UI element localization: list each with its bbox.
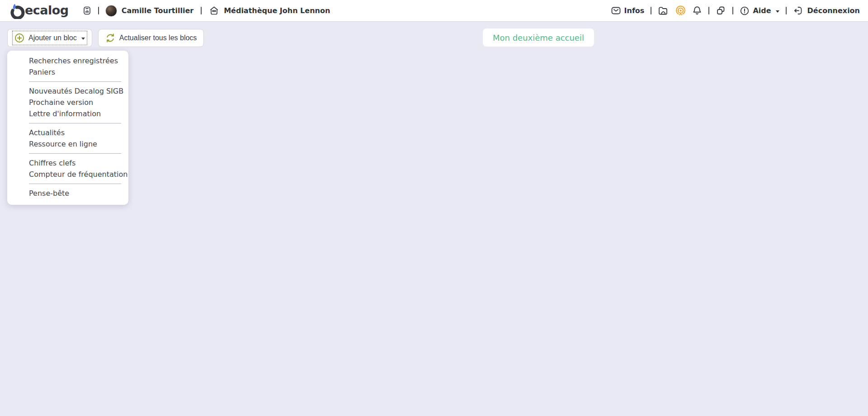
library-house-icon (209, 5, 219, 16)
refresh-all-blocks-button[interactable]: Actualiser tous les blocs (98, 29, 204, 47)
chevron-down-icon (81, 38, 85, 40)
infos-link[interactable]: Infos (611, 6, 645, 15)
decalog-logo-mark (9, 3, 25, 19)
chevron-down-icon (776, 10, 779, 13)
link-icon[interactable] (716, 5, 726, 16)
menu-item-chiffres-clefs[interactable]: Chiffres clefs (7, 157, 128, 169)
add-block-dropdown-menu: Recherches enregistrées Paniers Nouveaut… (7, 51, 128, 205)
decalog-logo[interactable]: ecalog (9, 3, 69, 19)
top-header: ecalog Camille Tourtillier Médiathèque J… (0, 0, 868, 22)
add-block-button[interactable]: Ajouter un bloc (7, 29, 92, 47)
aide-label: Aide (753, 6, 771, 15)
menu-divider (29, 123, 121, 123)
logout-icon (793, 5, 803, 16)
deconnexion-label: Déconnexion (807, 6, 860, 15)
menu-item-actualites[interactable]: Actualités (7, 127, 128, 138)
menu-divider (29, 184, 121, 184)
header-separator (201, 7, 202, 14)
menu-item-lettre-information[interactable]: Lettre d'information (7, 108, 128, 119)
add-block-label: Ajouter un bloc (28, 34, 77, 42)
user-name[interactable]: Camille Tourtillier (122, 6, 193, 15)
header-separator (732, 7, 733, 14)
main-content: Ajouter un bloc Actualiser tous les bloc… (0, 22, 868, 416)
blocks-toolbar: Ajouter un bloc Actualiser tous les bloc… (7, 29, 204, 47)
header-separator (708, 7, 709, 14)
device-icon[interactable] (82, 6, 92, 15)
refresh-icon (105, 33, 115, 43)
deconnexion-link[interactable]: Déconnexion (793, 5, 860, 16)
circle-exclamation-icon (740, 6, 750, 16)
menu-divider (29, 153, 121, 154)
refresh-all-label: Actualiser tous les blocs (119, 34, 197, 42)
menu-item-recherches-enregistrees[interactable]: Recherches enregistrées (7, 55, 128, 66)
bell-icon[interactable] (692, 5, 702, 16)
library-name[interactable]: Médiathèque John Lennon (224, 6, 330, 15)
menu-item-ressource-en-ligne[interactable]: Ressource en ligne (7, 138, 128, 150)
folder-cloud-icon[interactable] (658, 5, 669, 16)
tab-second-home[interactable]: Mon deuxième accueil (483, 28, 594, 47)
mail-icon (611, 6, 621, 15)
menu-item-compteur-de-frequentation[interactable]: Compteur de fréquentation (7, 169, 128, 180)
menu-item-paniers[interactable]: Paniers (7, 66, 128, 78)
menu-item-pense-bete[interactable]: Pense-bête (7, 188, 128, 199)
aide-menu[interactable]: Aide (740, 6, 779, 16)
infos-label: Infos (624, 6, 645, 15)
header-separator (786, 7, 787, 14)
header-separator (651, 7, 651, 14)
menu-divider (29, 81, 121, 82)
header-separator (98, 7, 99, 14)
user-avatar[interactable] (105, 5, 117, 17)
second-home-label: Mon deuxième accueil (493, 33, 584, 43)
menu-item-prochaine-version[interactable]: Prochaine version (7, 97, 128, 108)
plus-circle-icon (14, 33, 24, 43)
hotspot-icon[interactable] (675, 5, 686, 16)
logo-text: ecalog (25, 3, 69, 18)
header-actions: Infos (611, 5, 860, 16)
menu-item-nouveautes-decalog-sigb[interactable]: Nouveautés Decalog SIGB (7, 85, 128, 97)
